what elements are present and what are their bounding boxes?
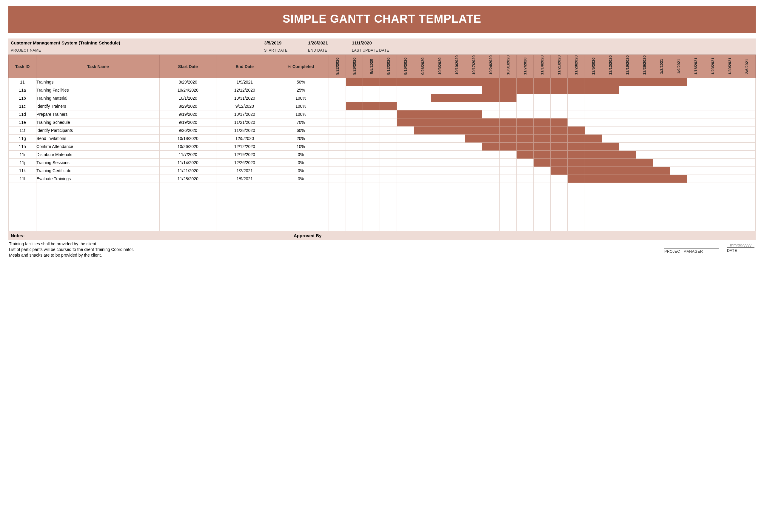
gantt-cell[interactable]: [431, 86, 448, 94]
gantt-cell[interactable]: [499, 175, 516, 183]
gantt-cell[interactable]: [738, 126, 756, 134]
gantt-cell[interactable]: [721, 134, 738, 143]
gantt-cell[interactable]: [431, 167, 448, 175]
gantt-cell[interactable]: [448, 151, 465, 159]
gantt-cell[interactable]: [602, 167, 619, 175]
gantt-cell[interactable]: [704, 94, 721, 102]
gantt-cell[interactable]: [602, 183, 619, 191]
gantt-cell[interactable]: [670, 223, 687, 231]
gantt-cell[interactable]: [482, 110, 499, 118]
gantt-cell[interactable]: [414, 159, 431, 167]
gantt-cell[interactable]: [363, 126, 380, 134]
gantt-cell[interactable]: [551, 134, 568, 143]
gantt-cell[interactable]: [533, 175, 550, 183]
gantt-cell[interactable]: [465, 134, 482, 143]
gantt-cell[interactable]: [431, 183, 448, 191]
gantt-cell[interactable]: [516, 175, 533, 183]
gantt-cell[interactable]: [346, 167, 363, 175]
gantt-cell[interactable]: [602, 223, 619, 231]
gantt-cell[interactable]: [363, 118, 380, 126]
gantt-cell[interactable]: [619, 159, 636, 167]
gantt-cell[interactable]: [414, 86, 431, 94]
gantt-cell[interactable]: [721, 175, 738, 183]
cell-ed[interactable]: 12/26/2020: [216, 159, 273, 167]
gantt-cell[interactable]: [704, 167, 721, 175]
gantt-cell[interactable]: [602, 159, 619, 167]
gantt-cell[interactable]: [704, 183, 721, 191]
gantt-cell[interactable]: [619, 78, 636, 86]
cell-ed[interactable]: 1/2/2021: [216, 167, 273, 175]
gantt-cell[interactable]: [585, 110, 602, 118]
cell-pct[interactable]: 50%: [273, 78, 328, 86]
gantt-cell[interactable]: [687, 167, 704, 175]
gantt-cell[interactable]: [533, 223, 550, 231]
gantt-cell[interactable]: [653, 199, 670, 207]
cell-pct[interactable]: [273, 223, 328, 231]
gantt-cell[interactable]: [328, 110, 346, 118]
gantt-cell[interactable]: [380, 191, 397, 199]
gantt-cell[interactable]: [721, 199, 738, 207]
gantt-cell[interactable]: [551, 199, 568, 207]
gantt-cell[interactable]: [431, 215, 448, 223]
gantt-cell[interactable]: [328, 207, 346, 215]
gantt-cell[interactable]: [568, 110, 585, 118]
gantt-cell[interactable]: [516, 207, 533, 215]
cell-ed[interactable]: 12/5/2020: [216, 134, 273, 143]
table-row[interactable]: 11lEvaluate Trainings11/28/20201/9/20210…: [9, 175, 756, 183]
gantt-cell[interactable]: [516, 110, 533, 118]
cell-id[interactable]: 11a: [9, 86, 36, 94]
gantt-cell[interactable]: [431, 126, 448, 134]
gantt-cell[interactable]: [328, 134, 346, 143]
gantt-cell[interactable]: [363, 167, 380, 175]
cell-pct[interactable]: 25%: [273, 86, 328, 94]
gantt-cell[interactable]: [414, 167, 431, 175]
gantt-cell[interactable]: [533, 126, 550, 134]
gantt-cell[interactable]: [687, 215, 704, 223]
gantt-cell[interactable]: [533, 94, 550, 102]
gantt-cell[interactable]: [465, 110, 482, 118]
gantt-cell[interactable]: [397, 183, 414, 191]
gantt-cell[interactable]: [499, 86, 516, 94]
gantt-cell[interactable]: [602, 151, 619, 159]
gantt-cell[interactable]: [448, 159, 465, 167]
cell-id[interactable]: [9, 191, 36, 199]
gantt-cell[interactable]: [516, 78, 533, 86]
gantt-cell[interactable]: [636, 110, 653, 118]
gantt-cell[interactable]: [585, 143, 602, 151]
gantt-cell[interactable]: [448, 191, 465, 199]
gantt-cell[interactable]: [619, 102, 636, 110]
gantt-cell[interactable]: [414, 143, 431, 151]
gantt-cell[interactable]: [397, 151, 414, 159]
gantt-cell[interactable]: [431, 151, 448, 159]
cell-name[interactable]: Identify Trainers: [36, 102, 160, 110]
gantt-cell[interactable]: [414, 102, 431, 110]
gantt-cell[interactable]: [482, 143, 499, 151]
cell-pct[interactable]: 0%: [273, 151, 328, 159]
gantt-cell[interactable]: [670, 94, 687, 102]
gantt-cell[interactable]: [585, 159, 602, 167]
gantt-cell[interactable]: [636, 223, 653, 231]
gantt-cell[interactable]: [551, 102, 568, 110]
gantt-cell[interactable]: [499, 223, 516, 231]
gantt-cell[interactable]: [551, 126, 568, 134]
gantt-cell[interactable]: [414, 191, 431, 199]
gantt-cell[interactable]: [568, 126, 585, 134]
gantt-cell[interactable]: [380, 223, 397, 231]
gantt-cell[interactable]: [704, 223, 721, 231]
gantt-cell[interactable]: [721, 191, 738, 199]
gantt-cell[interactable]: [499, 110, 516, 118]
gantt-cell[interactable]: [670, 215, 687, 223]
gantt-cell[interactable]: [653, 151, 670, 159]
cell-name[interactable]: Identify Participants: [36, 126, 160, 134]
gantt-cell[interactable]: [585, 223, 602, 231]
gantt-cell[interactable]: [328, 191, 346, 199]
cell-ed[interactable]: 12/12/2020: [216, 86, 273, 94]
gantt-cell[interactable]: [482, 151, 499, 159]
cell-ed[interactable]: 10/31/2020: [216, 94, 273, 102]
gantt-cell[interactable]: [482, 102, 499, 110]
cell-sd[interactable]: [160, 207, 216, 215]
gantt-cell[interactable]: [670, 207, 687, 215]
gantt-cell[interactable]: [363, 183, 380, 191]
cell-sd[interactable]: 11/21/2020: [160, 167, 216, 175]
gantt-cell[interactable]: [670, 199, 687, 207]
